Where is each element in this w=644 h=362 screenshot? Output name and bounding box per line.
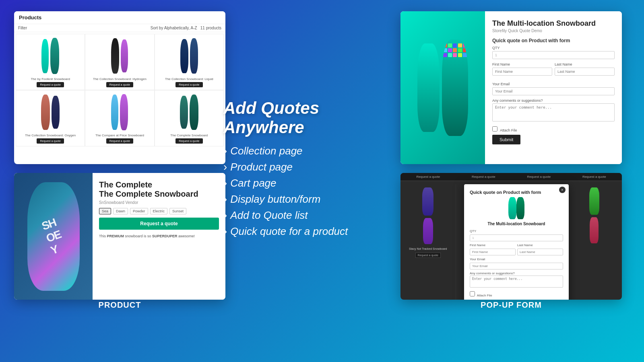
form-product-form-side: The Multi-location Snowboard Storefily Q… — [485, 11, 622, 164]
products-grid: The by Foolknit Snowboard Request a quot… — [14, 32, 225, 148]
qty-label: QTY — [492, 46, 615, 50]
product-detail-side: The CompleteThe Complete Snowboard SnSno… — [93, 173, 225, 300]
qty-input[interactable] — [492, 51, 615, 59]
count-label: 11 products — [200, 26, 221, 30]
popup-first-name-group: First Name — [470, 243, 516, 255]
product-img-6 — [157, 92, 222, 132]
popup-last-name-input[interactable] — [517, 249, 563, 255]
product-cell-6: The Complete Snowboard Request a quote — [155, 90, 224, 146]
board-4a — [41, 95, 50, 130]
first-name-input[interactable] — [492, 68, 552, 76]
attach-checkbox[interactable] — [492, 126, 497, 132]
popup-modal-title: Quick quote on Product with form — [470, 190, 563, 195]
color-powder[interactable]: Powder — [130, 208, 148, 214]
product-img-4 — [18, 92, 83, 132]
attach-label: Attach File — [492, 126, 615, 132]
color-options: Sea Dawn Powder Electric Sunset — [99, 208, 219, 214]
collection-card: Products Filter Sort by Alphabetically, … — [14, 11, 225, 164]
comments-input[interactable] — [492, 103, 615, 121]
form-product-title: The Multi-location Snowboard — [492, 19, 615, 28]
popup-modal: × Quick quote on Product with form The M… — [464, 184, 569, 300]
board-2a — [111, 38, 119, 74]
form-product-card: The Multi-location Snowboard Storefily Q… — [400, 11, 622, 164]
request-quote-product-btn[interactable]: Request a quote — [99, 218, 219, 230]
color-dawn[interactable]: Dawn — [113, 208, 128, 214]
list-item-cart: Cart page — [223, 177, 400, 189]
board-3a — [180, 39, 188, 73]
product-name-4: The Collection Snowboard: Oxygen — [25, 134, 76, 137]
board-6a — [180, 96, 188, 129]
request-quote-btn-5[interactable]: Request a quote — [106, 138, 133, 144]
color-sunset[interactable]: Sunset — [169, 208, 186, 214]
board-1b — [50, 38, 59, 74]
request-quote-btn-4[interactable]: Request a quote — [37, 138, 64, 144]
popup-comments-label: Any comments or suggestions? — [470, 272, 563, 275]
board-2b — [121, 39, 128, 72]
last-name-group: Last Name — [555, 62, 615, 79]
email-input[interactable] — [492, 87, 615, 95]
form-board-1 — [417, 43, 440, 132]
form-board-2 — [442, 39, 468, 136]
board-3b — [190, 38, 198, 74]
board-1a — [41, 39, 49, 73]
popup-comments-input[interactable] — [470, 276, 563, 288]
product-cell-4: The Collection Snowboard: Oxygen Request… — [16, 90, 85, 146]
first-name-label: First Name — [492, 62, 552, 66]
form-product-image-side — [400, 11, 485, 164]
list-item-display: Display button/form — [223, 193, 400, 206]
board-6b — [190, 95, 198, 130]
product-img-2 — [87, 36, 152, 76]
request-quote-btn-1[interactable]: Request a quote — [37, 82, 64, 87]
request-quote-btn-2[interactable]: Request a quote — [106, 82, 133, 87]
product-cell-5: The Compare at Price Snowboard Request a… — [85, 90, 154, 146]
popup-comments-row: Any comments or suggestions? — [470, 272, 563, 289]
product-cell-3: The Collection Snowboard: Liquid Request… — [155, 34, 224, 90]
sm-board-7 — [589, 187, 599, 215]
popup-name-row: First Name Last Name — [470, 243, 563, 255]
bg-col-4 — [567, 184, 622, 300]
top-btn-4[interactable]: Request a quote — [567, 173, 622, 181]
submit-button[interactable]: Submit — [492, 135, 520, 144]
popup-close-btn[interactable]: × — [559, 187, 566, 193]
filter-bar: Filter Sort by Alphabetically, A-Z 11 pr… — [14, 24, 225, 32]
product-cell-1: The by Foolknit Snowboard Request a quot… — [16, 34, 85, 90]
popup-board-preview — [470, 197, 563, 219]
email-label: Your Email — [492, 82, 615, 86]
popup-attach-label: Attach File — [470, 291, 563, 297]
popup-qty-input[interactable] — [470, 234, 563, 241]
bg-req-1[interactable]: Request a quote — [415, 253, 441, 258]
sm-board-8 — [590, 217, 599, 243]
center-text-section: Add Quotes Anywhere Collection page Prod… — [223, 99, 400, 241]
popup-board-2 — [516, 197, 524, 219]
product-card: SHOEY The CompleteThe Complete Snowboard… — [14, 173, 225, 300]
top-btn-1[interactable]: Request a quote — [400, 173, 456, 181]
popup-email-input[interactable] — [470, 263, 563, 269]
name-row: First Name Last Name — [492, 62, 615, 79]
top-btn-2[interactable]: Request a quote — [456, 173, 512, 181]
product-img-1 — [18, 36, 83, 76]
form-section-title: Quick quote on Product with form — [492, 38, 615, 43]
collection-header: Products — [14, 11, 225, 24]
popup-first-name-label: First Name — [470, 243, 516, 247]
popup-email-row: Your Email — [470, 257, 563, 269]
sm-board-2 — [423, 218, 433, 244]
list-item-add-quote: Add to Quote list — [223, 209, 400, 222]
product-name-5: The Compare at Price Snowboard — [95, 134, 144, 137]
last-name-input[interactable] — [555, 68, 615, 76]
product-title: The CompleteThe Complete Snowboard — [99, 180, 219, 199]
product-name-3: The Collection Snowboard: Liquid — [165, 77, 213, 81]
color-electric[interactable]: Electric — [150, 208, 168, 214]
product-name-1: The by Foolknit Snowboard — [31, 77, 70, 81]
board-5b — [120, 94, 128, 130]
request-quote-btn-3[interactable]: Request a quote — [175, 82, 202, 87]
list-item-quick-quote: Quick quote for a product — [223, 225, 400, 238]
top-btn-3[interactable]: Request a quote — [511, 173, 567, 181]
popup-first-name-input[interactable] — [470, 249, 516, 255]
popup-board-1 — [508, 197, 516, 219]
color-sea[interactable]: Sea — [99, 208, 111, 214]
filter-label[interactable]: Filter — [18, 26, 27, 30]
popup-attach-checkbox[interactable] — [470, 291, 475, 296]
popup-qty-row: QTY — [470, 229, 563, 241]
big-board: SHOEY — [27, 182, 80, 291]
request-quote-btn-6[interactable]: Request a quote — [175, 138, 202, 144]
